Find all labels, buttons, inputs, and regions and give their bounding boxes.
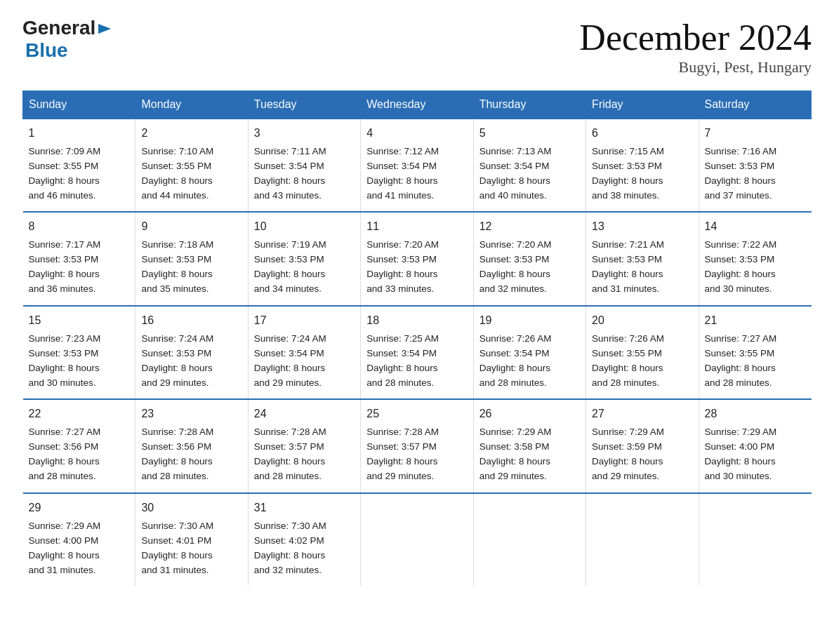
calendar-cell: 19Sunrise: 7:26 AMSunset: 3:54 PMDayligh… bbox=[473, 306, 585, 399]
day-number: 10 bbox=[254, 218, 355, 236]
week-row-5: 29Sunrise: 7:29 AMSunset: 4:00 PMDayligh… bbox=[23, 493, 812, 586]
calendar-cell: 25Sunrise: 7:28 AMSunset: 3:57 PMDayligh… bbox=[361, 399, 473, 492]
day-number: 27 bbox=[592, 405, 692, 423]
calendar-cell: 12Sunrise: 7:20 AMSunset: 3:53 PMDayligh… bbox=[473, 212, 585, 305]
calendar-cell: 8Sunrise: 7:17 AMSunset: 3:53 PMDaylight… bbox=[23, 212, 135, 305]
day-number: 31 bbox=[254, 499, 355, 517]
column-header-sunday: Sunday bbox=[23, 91, 135, 119]
calendar-cell: 17Sunrise: 7:24 AMSunset: 3:54 PMDayligh… bbox=[248, 306, 360, 399]
cell-content: Sunrise: 7:20 AMSunset: 3:53 PMDaylight:… bbox=[479, 238, 580, 297]
calendar-cell: 30Sunrise: 7:30 AMSunset: 4:01 PMDayligh… bbox=[135, 493, 248, 586]
cell-content: Sunrise: 7:30 AMSunset: 4:02 PMDaylight:… bbox=[254, 519, 355, 578]
cell-content: Sunrise: 7:29 AMSunset: 3:58 PMDaylight:… bbox=[479, 425, 580, 484]
day-number: 11 bbox=[366, 218, 467, 236]
cell-content: Sunrise: 7:27 AMSunset: 3:56 PMDaylight:… bbox=[29, 425, 130, 484]
page-header: General Blue December 2024 Bugyi, Pest, … bbox=[22, 17, 812, 76]
day-number: 17 bbox=[254, 312, 355, 330]
cell-content: Sunrise: 7:24 AMSunset: 3:53 PMDaylight:… bbox=[141, 332, 241, 391]
cell-content: Sunrise: 7:10 AMSunset: 3:55 PMDaylight:… bbox=[141, 145, 241, 203]
column-header-monday: Monday bbox=[135, 91, 248, 119]
calendar-cell: 3Sunrise: 7:11 AMSunset: 3:54 PMDaylight… bbox=[248, 119, 360, 212]
calendar-cell: 31Sunrise: 7:30 AMSunset: 4:02 PMDayligh… bbox=[248, 493, 360, 586]
day-number: 14 bbox=[705, 218, 806, 236]
cell-content: Sunrise: 7:25 AMSunset: 3:54 PMDaylight:… bbox=[366, 332, 467, 391]
day-number: 25 bbox=[366, 405, 467, 423]
cell-content: Sunrise: 7:16 AMSunset: 3:53 PMDaylight:… bbox=[705, 145, 806, 203]
calendar-header: SundayMondayTuesdayWednesdayThursdayFrid… bbox=[23, 91, 812, 119]
cell-content: Sunrise: 7:18 AMSunset: 3:53 PMDaylight:… bbox=[141, 238, 241, 297]
day-number: 7 bbox=[705, 125, 806, 142]
calendar-cell: 10Sunrise: 7:19 AMSunset: 3:53 PMDayligh… bbox=[248, 212, 360, 305]
cell-content: Sunrise: 7:29 AMSunset: 4:00 PMDaylight:… bbox=[29, 519, 130, 578]
calendar-cell bbox=[473, 493, 585, 586]
calendar-cell: 9Sunrise: 7:18 AMSunset: 3:53 PMDaylight… bbox=[135, 212, 248, 305]
day-number: 13 bbox=[592, 218, 692, 236]
cell-content: Sunrise: 7:22 AMSunset: 3:53 PMDaylight:… bbox=[705, 238, 806, 297]
calendar-cell: 22Sunrise: 7:27 AMSunset: 3:56 PMDayligh… bbox=[23, 399, 135, 492]
day-number: 24 bbox=[254, 405, 355, 423]
cell-content: Sunrise: 7:30 AMSunset: 4:01 PMDaylight:… bbox=[141, 519, 241, 578]
cell-content: Sunrise: 7:24 AMSunset: 3:54 PMDaylight:… bbox=[254, 332, 355, 391]
calendar-cell: 4Sunrise: 7:12 AMSunset: 3:54 PMDaylight… bbox=[361, 119, 473, 212]
calendar-cell: 11Sunrise: 7:20 AMSunset: 3:53 PMDayligh… bbox=[361, 212, 473, 305]
cell-content: Sunrise: 7:19 AMSunset: 3:53 PMDaylight:… bbox=[254, 238, 355, 297]
week-row-2: 8Sunrise: 7:17 AMSunset: 3:53 PMDaylight… bbox=[23, 212, 812, 305]
day-number: 26 bbox=[479, 405, 580, 423]
calendar-cell: 6Sunrise: 7:15 AMSunset: 3:53 PMDaylight… bbox=[586, 119, 699, 212]
logo-arrow-icon bbox=[97, 21, 112, 36]
cell-content: Sunrise: 7:13 AMSunset: 3:54 PMDaylight:… bbox=[479, 145, 580, 203]
calendar-cell: 24Sunrise: 7:28 AMSunset: 3:57 PMDayligh… bbox=[248, 399, 360, 492]
calendar-cell bbox=[361, 493, 473, 586]
subtitle: Bugyi, Pest, Hungary bbox=[579, 58, 812, 76]
day-number: 30 bbox=[141, 499, 241, 517]
day-number: 23 bbox=[141, 405, 241, 423]
day-number: 2 bbox=[141, 125, 241, 142]
calendar-body: 1Sunrise: 7:09 AMSunset: 3:55 PMDaylight… bbox=[23, 119, 812, 586]
cell-content: Sunrise: 7:28 AMSunset: 3:56 PMDaylight:… bbox=[141, 425, 241, 484]
day-number: 28 bbox=[705, 405, 806, 423]
day-number: 15 bbox=[29, 312, 130, 330]
cell-content: Sunrise: 7:23 AMSunset: 3:53 PMDaylight:… bbox=[29, 332, 130, 391]
calendar-cell bbox=[586, 493, 699, 586]
calendar-cell: 27Sunrise: 7:29 AMSunset: 3:59 PMDayligh… bbox=[586, 399, 699, 492]
column-header-thursday: Thursday bbox=[473, 91, 585, 119]
cell-content: Sunrise: 7:29 AMSunset: 3:59 PMDaylight:… bbox=[592, 425, 692, 484]
week-row-1: 1Sunrise: 7:09 AMSunset: 3:55 PMDaylight… bbox=[23, 119, 812, 212]
page-title: December 2024 bbox=[579, 17, 812, 58]
calendar-cell: 15Sunrise: 7:23 AMSunset: 3:53 PMDayligh… bbox=[23, 306, 135, 399]
day-number: 16 bbox=[141, 312, 241, 330]
day-number: 5 bbox=[479, 125, 580, 142]
cell-content: Sunrise: 7:26 AMSunset: 3:54 PMDaylight:… bbox=[479, 332, 580, 391]
cell-content: Sunrise: 7:26 AMSunset: 3:55 PMDaylight:… bbox=[592, 332, 692, 391]
day-number: 1 bbox=[29, 125, 130, 142]
cell-content: Sunrise: 7:28 AMSunset: 3:57 PMDaylight:… bbox=[366, 425, 467, 484]
column-header-tuesday: Tuesday bbox=[248, 91, 360, 119]
day-number: 29 bbox=[29, 499, 130, 517]
cell-content: Sunrise: 7:11 AMSunset: 3:54 PMDaylight:… bbox=[254, 145, 355, 203]
calendar-cell: 5Sunrise: 7:13 AMSunset: 3:54 PMDaylight… bbox=[473, 119, 585, 212]
cell-content: Sunrise: 7:28 AMSunset: 3:57 PMDaylight:… bbox=[254, 425, 355, 484]
calendar-cell bbox=[699, 493, 811, 586]
logo-blue-text: Blue bbox=[25, 39, 68, 61]
day-number: 3 bbox=[254, 125, 355, 142]
title-area: December 2024 Bugyi, Pest, Hungary bbox=[579, 17, 812, 76]
day-number: 8 bbox=[29, 218, 130, 236]
calendar-cell: 7Sunrise: 7:16 AMSunset: 3:53 PMDaylight… bbox=[699, 119, 811, 212]
calendar-cell: 21Sunrise: 7:27 AMSunset: 3:55 PMDayligh… bbox=[699, 306, 811, 399]
calendar-cell: 16Sunrise: 7:24 AMSunset: 3:53 PMDayligh… bbox=[135, 306, 248, 399]
column-header-friday: Friday bbox=[586, 91, 699, 119]
cell-content: Sunrise: 7:17 AMSunset: 3:53 PMDaylight:… bbox=[29, 238, 130, 297]
svg-marker-0 bbox=[98, 24, 111, 34]
day-number: 4 bbox=[366, 125, 467, 142]
day-number: 18 bbox=[366, 312, 467, 330]
cell-content: Sunrise: 7:15 AMSunset: 3:53 PMDaylight:… bbox=[592, 145, 692, 203]
week-row-3: 15Sunrise: 7:23 AMSunset: 3:53 PMDayligh… bbox=[23, 306, 812, 399]
calendar-cell: 1Sunrise: 7:09 AMSunset: 3:55 PMDaylight… bbox=[23, 119, 135, 212]
cell-content: Sunrise: 7:20 AMSunset: 3:53 PMDaylight:… bbox=[366, 238, 467, 297]
day-number: 20 bbox=[592, 312, 692, 330]
day-number: 12 bbox=[479, 218, 580, 236]
logo-general-text: General bbox=[22, 17, 95, 39]
cell-content: Sunrise: 7:12 AMSunset: 3:54 PMDaylight:… bbox=[366, 145, 467, 203]
calendar-cell: 26Sunrise: 7:29 AMSunset: 3:58 PMDayligh… bbox=[473, 399, 585, 492]
calendar-table: SundayMondayTuesdayWednesdayThursdayFrid… bbox=[22, 90, 812, 586]
